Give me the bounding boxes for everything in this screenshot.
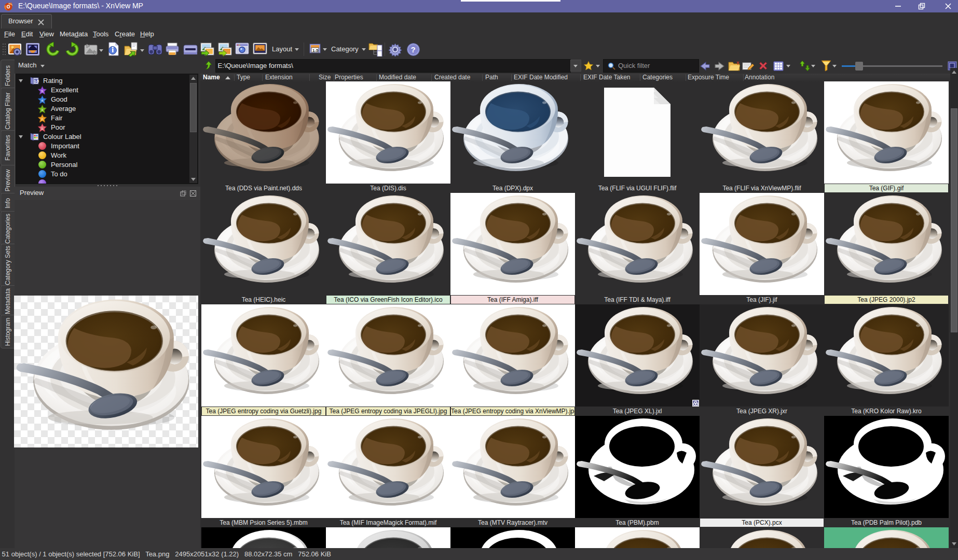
svg-text:?: ? [411,45,416,54]
svg-text:1-5: 1-5 [312,48,319,53]
svg-text:1-5: 1-5 [34,79,39,83]
